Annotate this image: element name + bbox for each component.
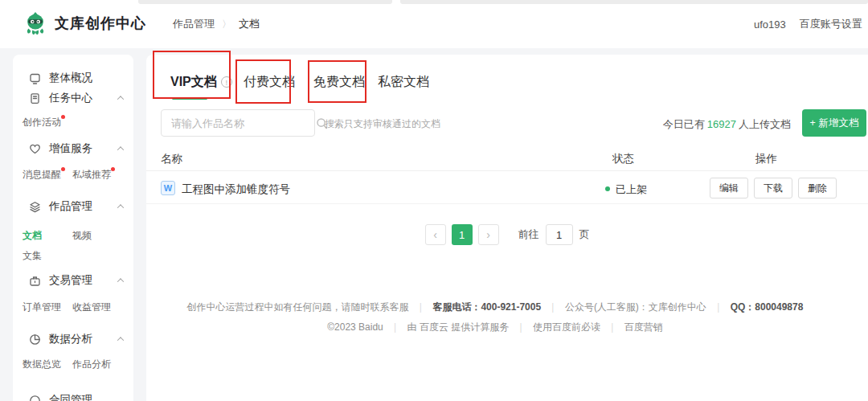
edit-button[interactable]: 编辑 [710,178,748,198]
tab-private-docs[interactable]: 私密文档 [378,72,429,92]
main-content-card: VIP文档 ! 付费文档 免费文档 私密文档 搜索只支持审核通过的文档 今日已有… [146,55,868,401]
sidebar-item-collections[interactable]: 文集 [23,249,67,263]
qq-text: QQ：800049878 [731,301,804,313]
breadcrumb-current: 文档 [239,17,260,31]
new-document-button[interactable]: + 新增文档 [802,109,866,137]
notification-dot [61,115,65,119]
username-link[interactable]: ufo193 [754,18,786,31]
pagination: ‹ 1 › 前往 页 [146,223,868,246]
current-page-button[interactable]: 1 [452,224,473,245]
active-tab-underline [172,97,207,100]
notification-dot [111,167,115,171]
pie-chart-icon [29,333,41,346]
status-dot-icon [605,186,610,191]
sidebar-item-documents[interactable]: 文档 [23,229,67,243]
delete-button[interactable]: 删除 [798,178,837,198]
page-unit-label: 页 [579,227,590,242]
breadcrumb-parent[interactable]: 作品管理 [173,17,215,31]
breadcrumb-separator-icon: 〉 [222,18,231,31]
upload-count: 16927 [707,118,736,130]
tab-vip-docs[interactable]: VIP文档 ! [170,72,232,92]
heart-icon [29,143,41,155]
column-header-status: 状态 [612,152,634,166]
sidebar-subgroup: 数据总览 作品分析 [13,354,133,374]
chevron-up-icon[interactable] [117,337,124,343]
sidebar-item-value-added-services[interactable]: 增值服务 [13,139,133,158]
sidebar-item-task-center[interactable]: 任务中心 [13,88,133,108]
upload-stat-text: 今日已有16927人上传文档 [663,117,791,132]
footer-copyright-line: ©2023 Baidu｜由 百度云 提供计算服务｜使用百度前必读｜百度营销 [146,321,844,334]
table-row: W 工程图中添加锥度符号 已上架 编辑 下载 删除 [146,172,868,204]
prev-page-button[interactable]: ‹ [425,224,446,245]
breadcrumb: 作品管理 〉 文档 [173,0,260,48]
sidebar: 整体概况 任务中心 创作活动 增值服务 消息提醒 私域推荐 作品管理 文档 视频… [13,55,133,401]
sidebar-subgroup: 文集 [13,246,133,265]
sidebar-item-data-overview[interactable]: 数据总览 [23,358,67,371]
sidebar-item-works-management[interactable]: 作品管理 [13,197,133,216]
sidebar-subgroup: 创作活动 [13,113,133,132]
sidebar-item-order-management[interactable]: 订单管理 [23,301,67,314]
sidebar-item-data-analysis[interactable]: 数据分析 [13,329,133,349]
sidebar-item-contract-management[interactable]: 合同管理 [13,391,133,401]
chevron-up-icon[interactable] [117,96,124,102]
goto-page-input[interactable] [546,224,573,245]
briefcase-icon [29,275,41,287]
status-badge: 已上架 [616,182,647,197]
column-header-actions: 操作 [755,152,777,166]
goto-page-label: 前往 [518,227,539,242]
app-header: 文库创作中心 作品管理 〉 文档 ufo193 百度账号设置 退出 [0,0,868,48]
tab-paid-docs[interactable]: 付费文档 [244,72,295,92]
info-icon[interactable]: ! [221,76,232,88]
octopus-mascot-icon [23,10,48,36]
table-header: 名称 状态 操作 [146,147,868,171]
sidebar-item-creation-activity[interactable]: 创作活动 [23,116,67,129]
notification-dot [61,167,65,171]
chevron-up-icon[interactable] [117,278,124,284]
word-doc-icon: W [161,181,175,195]
document-title-link[interactable]: 工程图中添加锥度符号 [182,182,290,197]
overview-icon [29,72,41,84]
baidu-notice-link[interactable]: 使用百度前必读 [533,321,600,333]
sidebar-subgroup: 消息提醒 私域推荐 [13,165,133,184]
hotline-text: 客服电话：400-921-7005 [432,301,541,313]
layers-icon [29,201,41,213]
contract-icon [29,395,41,401]
sidebar-item-private-recommend[interactable]: 私域推荐 [72,168,117,182]
baidu-marketing-link[interactable]: 百度营销 [624,321,663,333]
sidebar-item-videos[interactable]: 视频 [72,229,117,243]
search-box [161,109,315,137]
search-hint-text: 搜索只支持审核通过的文档 [325,117,440,131]
account-settings-link[interactable]: 百度账号设置 [800,17,862,31]
sidebar-item-overview[interactable]: 整体概况 [13,68,133,88]
header-user-links: ufo193 百度账号设置 退出 [754,0,868,48]
next-page-button[interactable]: › [478,224,499,245]
search-input[interactable] [162,117,316,129]
footer-support-line: 创作中心运营过程中如有任何问题，请随时联系客服｜客服电话：400-921-700… [146,301,844,314]
chevron-up-icon[interactable] [117,204,124,211]
column-header-name: 名称 [161,152,182,166]
sidebar-item-works-analysis[interactable]: 作品分析 [72,358,117,371]
sidebar-item-message-reminder[interactable]: 消息提醒 [23,168,67,182]
sidebar-item-trade-management[interactable]: 交易管理 [13,271,133,290]
download-button[interactable]: 下载 [754,178,792,198]
sidebar-item-revenue-management[interactable]: 收益管理 [72,301,117,314]
sidebar-subgroup: 订单管理 收益管理 [13,297,133,317]
app-logo[interactable]: 文库创作中心 [23,10,146,36]
chevron-up-icon[interactable] [117,146,124,153]
tab-free-docs[interactable]: 免费文档 [313,72,365,92]
app-title: 文库创作中心 [55,14,146,33]
sidebar-subgroup: 文档 视频 [13,226,133,245]
task-icon [29,92,41,104]
